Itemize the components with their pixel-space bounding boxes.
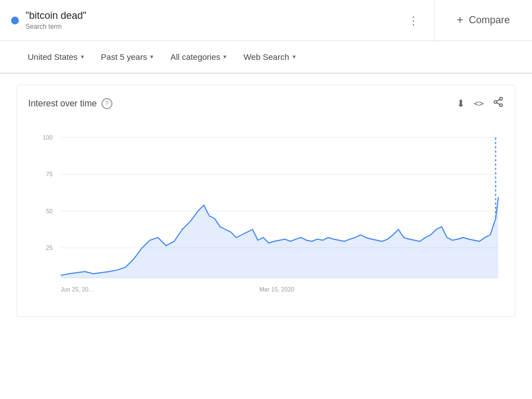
location-filter[interactable]: United States ▾ bbox=[22, 49, 90, 65]
search-type-arrow-icon: ▾ bbox=[293, 53, 296, 60]
search-term-info: "bitcoin dead" Search term bbox=[11, 10, 86, 30]
categories-arrow-icon: ▾ bbox=[223, 53, 227, 60]
compare-section[interactable]: + Compare bbox=[434, 0, 532, 40]
categories-label: All categories bbox=[170, 52, 220, 62]
embed-icon[interactable]: <> bbox=[474, 99, 484, 109]
search-term-text: "bitcoin dead" bbox=[25, 10, 86, 22]
location-arrow-icon: ▾ bbox=[81, 53, 84, 60]
search-term-left: "bitcoin dead" Search term ⋮ bbox=[0, 0, 434, 40]
y-label-50: 50 bbox=[46, 208, 53, 214]
share-icon[interactable] bbox=[493, 96, 504, 110]
chart-actions: ⬇ <> bbox=[457, 96, 504, 110]
search-type-label: Web Search bbox=[243, 52, 289, 62]
categories-filter[interactable]: All categories ▾ bbox=[165, 49, 232, 65]
download-icon[interactable]: ⬇ bbox=[457, 98, 465, 110]
time-range-arrow-icon: ▾ bbox=[150, 53, 154, 60]
search-term-label: Search term bbox=[25, 23, 86, 30]
y-label-25: 25 bbox=[46, 244, 53, 251]
svg-line-4 bbox=[497, 99, 500, 101]
chart-title-area: Interest over time ? bbox=[28, 98, 112, 109]
x-label-mid: Mar 15, 2020 bbox=[259, 286, 294, 293]
y-label-100: 100 bbox=[43, 134, 53, 141]
more-options-button[interactable]: ⋮ bbox=[405, 11, 423, 30]
compare-plus-icon: + bbox=[457, 14, 463, 27]
search-term-details: "bitcoin dead" Search term bbox=[25, 10, 86, 30]
location-label: United States bbox=[28, 52, 78, 62]
filters-bar: United States ▾ Past 5 years ▾ All categ… bbox=[0, 41, 532, 74]
compare-label: Compare bbox=[469, 14, 510, 26]
search-term-bar: "bitcoin dead" Search term ⋮ + Compare bbox=[0, 0, 532, 41]
chart-title: Interest over time bbox=[28, 99, 97, 109]
interest-over-time-chart: 100 75 50 25 Jun 25, 20... Mar 15, 2020 bbox=[28, 121, 504, 300]
chart-header: Interest over time ? ⬇ <> bbox=[28, 96, 504, 110]
svg-line-3 bbox=[497, 103, 500, 104]
time-range-label: Past 5 years bbox=[101, 52, 147, 62]
time-range-filter[interactable]: Past 5 years ▾ bbox=[95, 49, 159, 65]
chart-section: Interest over time ? ⬇ <> bbox=[17, 85, 515, 317]
help-icon[interactable]: ? bbox=[101, 98, 112, 109]
x-label-start: Jun 25, 20... bbox=[61, 286, 94, 293]
y-label-75: 75 bbox=[46, 171, 53, 177]
blue-dot-indicator bbox=[11, 17, 19, 24]
search-type-filter[interactable]: Web Search ▾ bbox=[238, 49, 301, 65]
